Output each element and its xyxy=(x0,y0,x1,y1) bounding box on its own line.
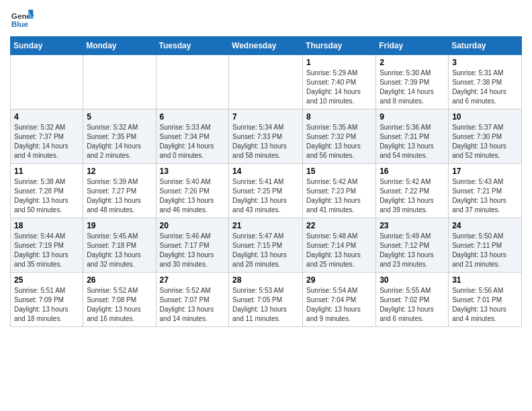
day-info: Sunrise: 5:39 AM Sunset: 7:27 PM Dayligh… xyxy=(87,177,152,215)
calendar-cell: 17Sunrise: 5:43 AM Sunset: 7:21 PM Dayli… xyxy=(449,164,522,218)
logo: General Blue xyxy=(10,7,34,31)
day-number: 30 xyxy=(380,275,445,285)
calendar-cell: 22Sunrise: 5:48 AM Sunset: 7:14 PM Dayli… xyxy=(303,218,376,273)
calendar-table: SundayMondayTuesdayWednesdayThursdayFrid… xyxy=(10,36,522,327)
day-number: 12 xyxy=(87,167,152,176)
day-info: Sunrise: 5:52 AM Sunset: 7:08 PM Dayligh… xyxy=(87,286,152,324)
weekday-header-wednesday: Wednesday xyxy=(229,37,303,55)
day-number: 16 xyxy=(380,167,445,176)
day-info: Sunrise: 5:31 AM Sunset: 7:38 PM Dayligh… xyxy=(452,68,518,106)
calendar-cell: 24Sunrise: 5:50 AM Sunset: 7:11 PM Dayli… xyxy=(449,218,522,273)
day-number: 11 xyxy=(14,167,79,176)
day-info: Sunrise: 5:48 AM Sunset: 7:14 PM Dayligh… xyxy=(306,232,372,269)
day-info: Sunrise: 5:32 AM Sunset: 7:37 PM Dayligh… xyxy=(14,123,79,161)
calendar-cell: 5Sunrise: 5:32 AM Sunset: 7:35 PM Daylig… xyxy=(83,109,156,164)
day-number: 18 xyxy=(14,221,79,230)
calendar-cell: 3Sunrise: 5:31 AM Sunset: 7:38 PM Daylig… xyxy=(449,55,522,109)
day-info: Sunrise: 5:35 AM Sunset: 7:32 PM Dayligh… xyxy=(306,123,372,161)
calendar-cell: 4Sunrise: 5:32 AM Sunset: 7:37 PM Daylig… xyxy=(11,109,83,164)
calendar-week-3: 18Sunrise: 5:44 AM Sunset: 7:19 PM Dayli… xyxy=(11,218,522,273)
weekday-header-saturday: Saturday xyxy=(449,37,522,55)
day-info: Sunrise: 5:38 AM Sunset: 7:28 PM Dayligh… xyxy=(14,177,79,215)
day-info: Sunrise: 5:55 AM Sunset: 7:02 PM Dayligh… xyxy=(380,286,445,324)
calendar-week-2: 11Sunrise: 5:38 AM Sunset: 7:28 PM Dayli… xyxy=(11,164,522,218)
calendar-cell xyxy=(156,55,229,109)
calendar-cell: 16Sunrise: 5:42 AM Sunset: 7:22 PM Dayli… xyxy=(376,164,449,218)
calendar-cell: 13Sunrise: 5:40 AM Sunset: 7:26 PM Dayli… xyxy=(156,164,229,218)
day-info: Sunrise: 5:43 AM Sunset: 7:21 PM Dayligh… xyxy=(452,177,518,215)
day-info: Sunrise: 5:56 AM Sunset: 7:01 PM Dayligh… xyxy=(452,286,518,324)
day-number: 5 xyxy=(87,112,152,122)
day-number: 13 xyxy=(160,167,226,176)
day-number: 23 xyxy=(380,221,445,230)
day-info: Sunrise: 5:45 AM Sunset: 7:18 PM Dayligh… xyxy=(87,232,152,269)
calendar-cell: 1Sunrise: 5:29 AM Sunset: 7:40 PM Daylig… xyxy=(303,55,376,109)
day-info: Sunrise: 5:34 AM Sunset: 7:33 PM Dayligh… xyxy=(232,123,299,161)
calendar-cell: 14Sunrise: 5:41 AM Sunset: 7:25 PM Dayli… xyxy=(229,164,303,218)
day-info: Sunrise: 5:51 AM Sunset: 7:09 PM Dayligh… xyxy=(14,286,79,324)
calendar-cell: 20Sunrise: 5:46 AM Sunset: 7:17 PM Dayli… xyxy=(156,218,229,273)
day-info: Sunrise: 5:52 AM Sunset: 7:07 PM Dayligh… xyxy=(160,286,226,324)
calendar-cell: 21Sunrise: 5:47 AM Sunset: 7:15 PM Dayli… xyxy=(229,218,303,273)
day-number: 24 xyxy=(452,221,518,230)
page-header: General Blue xyxy=(10,7,522,31)
calendar-cell: 18Sunrise: 5:44 AM Sunset: 7:19 PM Dayli… xyxy=(11,218,83,273)
day-number: 28 xyxy=(232,275,299,285)
weekday-row: SundayMondayTuesdayWednesdayThursdayFrid… xyxy=(11,37,522,55)
day-info: Sunrise: 5:29 AM Sunset: 7:40 PM Dayligh… xyxy=(306,68,372,106)
calendar-week-4: 25Sunrise: 5:51 AM Sunset: 7:09 PM Dayli… xyxy=(11,273,522,327)
day-number: 3 xyxy=(452,58,518,67)
weekday-header-thursday: Thursday xyxy=(303,37,376,55)
day-info: Sunrise: 5:49 AM Sunset: 7:12 PM Dayligh… xyxy=(380,232,445,269)
day-number: 1 xyxy=(306,58,372,67)
day-info: Sunrise: 5:47 AM Sunset: 7:15 PM Dayligh… xyxy=(232,232,299,269)
calendar-cell: 8Sunrise: 5:35 AM Sunset: 7:32 PM Daylig… xyxy=(303,109,376,164)
weekday-header-monday: Monday xyxy=(83,37,156,55)
day-number: 20 xyxy=(160,221,226,230)
logo-icon: General Blue xyxy=(10,7,34,31)
day-info: Sunrise: 5:30 AM Sunset: 7:39 PM Dayligh… xyxy=(380,68,445,106)
day-number: 19 xyxy=(87,221,152,230)
weekday-header-friday: Friday xyxy=(376,37,449,55)
day-info: Sunrise: 5:40 AM Sunset: 7:26 PM Dayligh… xyxy=(160,177,226,215)
calendar-cell: 19Sunrise: 5:45 AM Sunset: 7:18 PM Dayli… xyxy=(83,218,156,273)
calendar-cell: 26Sunrise: 5:52 AM Sunset: 7:08 PM Dayli… xyxy=(83,273,156,327)
day-number: 2 xyxy=(380,58,445,67)
day-info: Sunrise: 5:33 AM Sunset: 7:34 PM Dayligh… xyxy=(160,123,226,161)
calendar-cell xyxy=(11,55,83,109)
weekday-header-sunday: Sunday xyxy=(11,37,83,55)
day-number: 29 xyxy=(306,275,372,285)
day-info: Sunrise: 5:41 AM Sunset: 7:25 PM Dayligh… xyxy=(232,177,299,215)
day-info: Sunrise: 5:37 AM Sunset: 7:30 PM Dayligh… xyxy=(452,123,518,161)
day-number: 22 xyxy=(306,221,372,230)
day-info: Sunrise: 5:42 AM Sunset: 7:22 PM Dayligh… xyxy=(380,177,445,215)
calendar-cell xyxy=(83,55,156,109)
day-number: 31 xyxy=(452,275,518,285)
day-number: 14 xyxy=(232,167,299,176)
day-info: Sunrise: 5:50 AM Sunset: 7:11 PM Dayligh… xyxy=(452,232,518,269)
calendar-cell: 2Sunrise: 5:30 AM Sunset: 7:39 PM Daylig… xyxy=(376,55,449,109)
day-info: Sunrise: 5:42 AM Sunset: 7:23 PM Dayligh… xyxy=(306,177,372,215)
calendar-cell: 12Sunrise: 5:39 AM Sunset: 7:27 PM Dayli… xyxy=(83,164,156,218)
day-number: 27 xyxy=(160,275,226,285)
calendar-cell: 6Sunrise: 5:33 AM Sunset: 7:34 PM Daylig… xyxy=(156,109,229,164)
calendar-cell: 23Sunrise: 5:49 AM Sunset: 7:12 PM Dayli… xyxy=(376,218,449,273)
day-number: 6 xyxy=(160,112,226,122)
calendar-cell: 28Sunrise: 5:53 AM Sunset: 7:05 PM Dayli… xyxy=(229,273,303,327)
calendar-cell: 25Sunrise: 5:51 AM Sunset: 7:09 PM Dayli… xyxy=(11,273,83,327)
day-number: 10 xyxy=(452,112,518,122)
day-info: Sunrise: 5:54 AM Sunset: 7:04 PM Dayligh… xyxy=(306,286,372,324)
day-number: 17 xyxy=(452,167,518,176)
calendar-cell: 31Sunrise: 5:56 AM Sunset: 7:01 PM Dayli… xyxy=(449,273,522,327)
day-number: 4 xyxy=(14,112,79,122)
calendar-body: 1Sunrise: 5:29 AM Sunset: 7:40 PM Daylig… xyxy=(11,55,522,327)
day-number: 7 xyxy=(232,112,299,122)
day-number: 15 xyxy=(306,167,372,176)
svg-text:Blue: Blue xyxy=(11,19,29,28)
day-info: Sunrise: 5:53 AM Sunset: 7:05 PM Dayligh… xyxy=(232,286,299,324)
calendar-cell: 30Sunrise: 5:55 AM Sunset: 7:02 PM Dayli… xyxy=(376,273,449,327)
weekday-header-tuesday: Tuesday xyxy=(156,37,229,55)
calendar-cell: 15Sunrise: 5:42 AM Sunset: 7:23 PM Dayli… xyxy=(303,164,376,218)
day-number: 21 xyxy=(232,221,299,230)
calendar-cell xyxy=(229,55,303,109)
